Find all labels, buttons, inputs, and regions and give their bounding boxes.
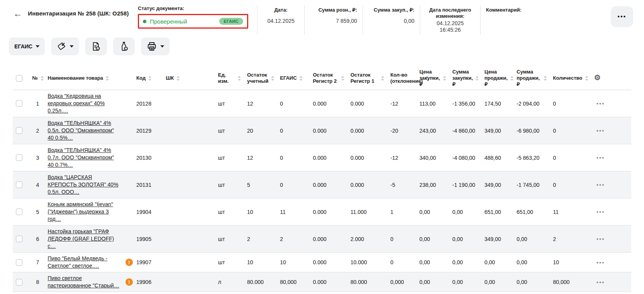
document-info-button[interactable] [85,38,107,55]
column-header-shk[interactable]: ШК [163,67,215,90]
sort-icon[interactable] [41,76,44,81]
cell-egais: 0 [277,171,310,198]
cell-sale_sum: 0,00 [513,253,550,272]
sort-icon[interactable] [299,76,302,81]
row-actions-button[interactable]: ••• [594,180,607,190]
column-header-quantity[interactable]: Количество [550,67,589,90]
column-settings-gear-icon[interactable]: ⚙ [594,74,601,82]
cell-reg2: 0.000 [310,171,347,198]
row-actions-button[interactable]: ••• [594,207,607,217]
row-actions-button[interactable]: ••• [594,234,607,244]
header-field-value: 04.12.2025 16:45:26 [426,20,475,33]
column-label: Ед. изм. [218,72,235,84]
column-label: Код [136,75,146,81]
column-label: ЕГАИС [280,75,297,81]
column-header-sale_price[interactable]: Цена продажи, ₽ [481,67,513,90]
sort-icon[interactable] [341,76,344,81]
product-name-link[interactable]: Водка "ТЕЛЬНЯШКА" 4% 0.7л. ООО "Омсквинп… [48,147,121,169]
row-checkbox[interactable] [16,181,22,188]
column-header-reg1[interactable]: Остаток Регистр 1 [347,67,387,90]
product-code: 20130 [136,155,151,161]
cell-sale_sum: -2 094,00 [513,90,550,117]
header-field-comment: Комментарий: [480,5,611,35]
chevron-down-icon [70,45,74,48]
product-name-link[interactable]: Пиво "Белый Медведь - Светлое" светлое.… [48,255,121,270]
select-all-checkbox[interactable] [16,75,22,82]
row-actions-button[interactable]: ••• [594,277,607,287]
row-checkbox[interactable] [16,154,22,161]
print-dropdown-button[interactable] [141,38,170,55]
row-actions-button[interactable]: ••• [594,258,607,267]
sort-icon[interactable] [544,76,547,81]
column-header-stock_acc[interactable]: Остаток учетный [244,67,277,90]
cell-deviation: -20 [387,117,416,144]
column-label: № [32,75,38,81]
table-row: 4Водка "ЦАРСКАЯ КРЕПОСТЬ ЗОЛОТАЯ" 40% 0.… [13,171,631,198]
row-checkbox[interactable] [16,279,22,285]
product-name-link[interactable]: Пиво светлое пастеризованное "Старый… [48,275,121,289]
table-header-row: №Наименование товараКодШКЕд. изм.Остаток… [13,67,631,90]
product-name-link[interactable]: Настойка горькая "ГРАФ ЛЕДОФФ (GRAF LEDO… [48,228,121,250]
price-tag-dropdown-button[interactable] [51,38,79,55]
bottle-info-button[interactable] [113,38,135,55]
column-header-reg2[interactable]: Остаток Регистр 2 [310,67,347,90]
cell-egais: 0 [277,90,310,117]
product-name-link[interactable]: Водка "Кедровица на кедровых орехах" 40%… [48,92,121,115]
column-header-purchase_sum[interactable]: Сумма закупки, ₽ [449,67,481,90]
header-field-retail-sum: Сумма розн., ₽:7 859,00 [304,5,362,35]
row-actions-button[interactable]: ••• [594,153,607,162]
column-header-deviation[interactable]: Кол-во (отклонение) [387,67,416,90]
column-header-purchase_price[interactable]: Цена закупки, ₽ [416,67,449,90]
warning-icon: ! [125,259,133,266]
cell-egais: 2 [277,226,310,253]
cell-sale_price: 349,00 [481,171,513,198]
sort-icon[interactable] [443,76,446,81]
cell-egais: 11 [277,198,310,226]
egais-dropdown-button[interactable]: ЕГАИС [9,38,45,55]
cell-stock_acc: 5 [244,171,277,198]
cell-stock_acc: 80.000 [244,272,277,292]
cell-shk [163,253,215,272]
row-checkbox[interactable] [16,100,22,107]
more-actions-button[interactable]: ••• [611,6,633,27]
cell-reg2: 0.000 [310,198,347,226]
cell-reg1: 10.000 [347,253,387,272]
row-checkbox[interactable] [16,209,22,215]
product-name-link[interactable]: Водка "ТЕЛЬНЯШКА" 4% 0.5л. ООО "Омсквинп… [48,120,121,142]
sort-icon[interactable] [238,76,241,81]
sort-icon[interactable] [106,76,109,81]
sort-icon[interactable] [177,76,180,81]
row-actions-button[interactable]: ••• [594,99,607,108]
sort-icon[interactable] [381,76,384,81]
product-name-link[interactable]: Водка "ЦАРСКАЯ КРЕПОСТЬ ЗОЛОТАЯ" 40% 0.5… [48,174,121,196]
cell-egais: 0 [277,144,310,171]
column-header-name[interactable]: Наименование товара [45,67,124,90]
header-field-value: 7 859,00 [310,18,357,24]
row-checkbox[interactable] [16,127,22,134]
sort-icon[interactable] [585,76,588,81]
column-label: Кол-во (отклонение) [390,72,423,84]
column-header-unit[interactable]: Ед. изм. [215,67,244,90]
sort-icon[interactable] [510,76,513,81]
column-header-egais[interactable]: ЕГАИС [277,67,310,90]
column-header-code[interactable]: Код [124,67,163,90]
row-number: 8 [29,272,45,292]
row-checkbox[interactable] [16,236,22,242]
product-name-link[interactable]: Коньяк армянский "Ijevan" ("Иджеван") вы… [48,201,121,223]
row-number: 6 [29,226,45,253]
sort-icon[interactable] [271,76,274,81]
cell-reg1: 0.000 [347,144,387,171]
cell-purchase_sum: 0,00 [449,198,481,226]
column-header-num[interactable]: № [29,67,45,90]
row-actions-button[interactable]: ••• [594,126,607,135]
column-header-sale_sum[interactable]: Сумма продажи, ₽ [513,67,550,90]
cell-stock_acc: 10 [244,198,277,226]
document-header: ← Инвентаризация № 258 (ШК: О258) Статус… [0,0,644,34]
row-checkbox[interactable] [16,259,22,266]
cell-sale_price: 349,00 [481,226,513,253]
cell-purchase_price: 243,00 [416,117,449,144]
sort-icon[interactable] [148,76,151,81]
back-arrow-icon[interactable]: ← [13,9,22,19]
cell-egais: 0 [277,117,310,144]
sort-icon[interactable] [476,76,479,81]
